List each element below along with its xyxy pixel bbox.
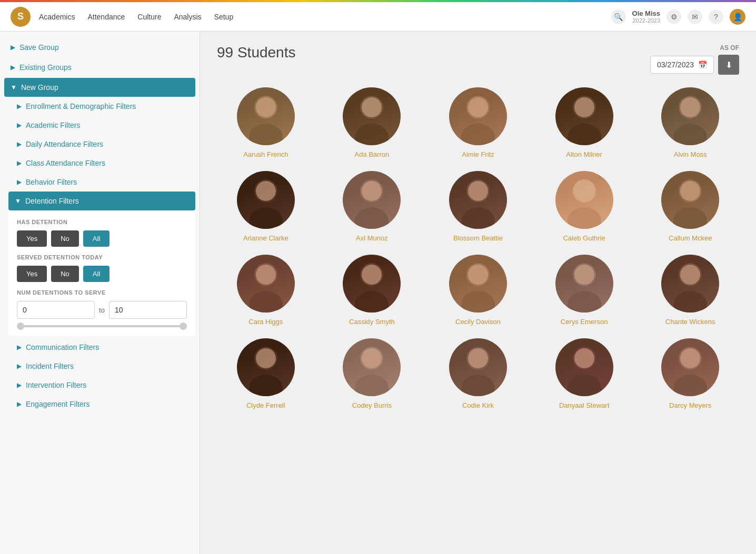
school-year: 2022-2023 <box>632 17 660 24</box>
avatar-svg <box>555 87 613 145</box>
search-icon-btn[interactable]: 🔍 <box>611 9 626 24</box>
svg-point-37 <box>461 291 495 313</box>
served-today-all-btn[interactable]: All <box>83 266 110 282</box>
has-detention-all-btn[interactable]: All <box>83 230 110 247</box>
student-name: Codie Kirk <box>462 401 494 409</box>
student-card[interactable]: Codie Kirk <box>429 338 527 409</box>
class-attendance-arrow: ▶ <box>17 159 22 167</box>
message-icon-btn[interactable]: ✉ <box>688 9 702 24</box>
student-card[interactable]: Cassidy Smyth <box>323 255 421 326</box>
nav-culture[interactable]: Culture <box>137 13 161 21</box>
svg-point-58 <box>673 375 707 396</box>
student-card[interactable]: Danyaal Stewart <box>535 338 633 409</box>
existing-groups-header[interactable]: ▶ Existing Groups <box>4 58 195 77</box>
as-of-block: AS OF 03/27/2023 📅 ⬇ <box>650 44 739 75</box>
student-card[interactable]: Cara Higgs <box>217 255 315 326</box>
nav-analysis[interactable]: Analysis <box>174 13 201 21</box>
nav-setup[interactable]: Setup <box>214 13 234 21</box>
avatar-svg <box>237 338 295 396</box>
student-name: Aarush French <box>243 150 288 158</box>
has-detention-label: HAS DETENTION <box>17 219 187 225</box>
intervention-filter-item[interactable]: ▶ Intervention Filters <box>8 376 195 395</box>
range-slider-track[interactable] <box>17 325 187 327</box>
detention-filter-header[interactable]: ▼ Detention Filters <box>8 192 195 210</box>
nav-attendance[interactable]: Attendance <box>87 13 125 21</box>
student-card[interactable]: Alton Milner <box>535 87 633 158</box>
svg-point-17 <box>256 181 276 201</box>
enrollment-filter-item[interactable]: ▶ Enrollment & Demographic Filters <box>8 97 195 116</box>
gear-icon-btn[interactable]: ⚙ <box>667 9 681 24</box>
student-card[interactable]: Arianne Clarke <box>217 171 315 242</box>
user-avatar[interactable]: 👤 <box>730 9 745 25</box>
engagement-label: Engagement Filters <box>26 400 89 408</box>
avatar-svg <box>661 255 719 313</box>
help-icon-btn[interactable]: ? <box>709 9 723 24</box>
student-card[interactable]: Codey Burris <box>323 338 421 409</box>
student-card[interactable]: Darcy Meyers <box>641 338 739 409</box>
save-group-section: ▶ Save Group <box>4 38 195 57</box>
student-card[interactable]: Callum Mckee <box>641 171 739 242</box>
daily-attendance-filter-item[interactable]: ▶ Daily Attendance Filters <box>8 135 195 154</box>
date-picker[interactable]: 03/27/2023 📅 <box>650 56 714 74</box>
nav-links: Academics Attendance Culture Analysis Se… <box>39 13 611 21</box>
academic-filter-item[interactable]: ▶ Academic Filters <box>8 116 195 135</box>
student-card[interactable]: Clyde Ferrell <box>217 338 315 409</box>
student-avatar-img <box>555 87 613 145</box>
svg-point-4 <box>355 124 389 145</box>
content-header: 99 Students AS OF 03/27/2023 📅 ⬇ <box>217 44 739 75</box>
communication-filter-item[interactable]: ▶ Communication Filters <box>8 338 195 357</box>
student-name: Alvin Moss <box>674 150 707 158</box>
incident-filter-item[interactable]: ▶ Incident Filters <box>8 357 195 376</box>
range-from-input[interactable] <box>17 301 95 319</box>
student-card[interactable]: Blossom Beattie <box>429 171 527 242</box>
served-today-yes-btn[interactable]: Yes <box>17 266 47 282</box>
student-card[interactable]: Cerys Emerson <box>535 255 633 326</box>
svg-point-34 <box>355 291 389 313</box>
save-group-arrow: ▶ <box>11 44 15 51</box>
range-thumb-right[interactable] <box>180 323 187 330</box>
student-card[interactable]: Axl Munoz <box>323 171 421 242</box>
range-thumb-left[interactable] <box>17 323 24 330</box>
academic-label: Academic Filters <box>26 121 80 129</box>
logo[interactable]: S <box>11 7 31 27</box>
behavior-label: Behavior Filters <box>26 178 77 186</box>
nav-right: 🔍 Ole Miss 2022-2023 ⚙ ✉ ? 👤 <box>611 9 745 25</box>
has-detention-yes-btn[interactable]: Yes <box>17 230 47 247</box>
student-name: Cecily Davison <box>455 318 501 326</box>
student-avatar-img <box>661 171 719 229</box>
student-card[interactable]: Chante Wickens <box>641 255 739 326</box>
intervention-label: Intervention Filters <box>26 381 86 389</box>
svg-point-16 <box>249 207 283 229</box>
academic-arrow: ▶ <box>17 122 22 129</box>
enrollment-label: Enrollment & Demographic Filters <box>26 102 136 110</box>
student-avatar-img <box>661 87 719 145</box>
range-to-input[interactable] <box>109 301 187 319</box>
avatar-svg <box>555 338 613 396</box>
student-card[interactable]: Cecily Davison <box>429 255 527 326</box>
download-button[interactable]: ⬇ <box>718 55 739 75</box>
student-name: Caleb Guthrie <box>563 234 605 242</box>
avatar-svg <box>555 171 613 229</box>
student-name: Arianne Clarke <box>243 234 289 242</box>
new-group-header[interactable]: ▼ New Group <box>4 78 195 97</box>
student-card[interactable]: Aarush French <box>217 87 315 158</box>
svg-point-38 <box>468 265 488 285</box>
student-card[interactable]: Aimie Fritz <box>429 87 527 158</box>
has-detention-no-btn[interactable]: No <box>51 230 79 247</box>
save-group-header[interactable]: ▶ Save Group <box>4 38 195 57</box>
nav-academics[interactable]: Academics <box>39 13 75 21</box>
svg-point-31 <box>249 291 283 313</box>
student-card[interactable]: Caleb Guthrie <box>535 171 633 242</box>
student-card[interactable]: Alvin Moss <box>641 87 739 158</box>
avatar-svg <box>661 87 719 145</box>
class-attendance-filter-item[interactable]: ▶ Class Attendance Filters <box>8 154 195 173</box>
served-today-label: SERVED DETENTION TODAY <box>17 254 187 260</box>
served-today-no-btn[interactable]: No <box>51 266 79 282</box>
student-name: Cara Higgs <box>248 318 283 326</box>
engagement-filter-item[interactable]: ▶ Engagement Filters <box>8 395 195 414</box>
detention-filter-panel: HAS DETENTION Yes No All SERVED DETENTIO… <box>8 210 195 336</box>
student-card[interactable]: Ada Barron <box>323 87 421 158</box>
existing-groups-section: ▶ Existing Groups <box>4 58 195 77</box>
avatar-svg <box>237 255 295 313</box>
behavior-filter-item[interactable]: ▶ Behavior Filters <box>8 173 195 192</box>
